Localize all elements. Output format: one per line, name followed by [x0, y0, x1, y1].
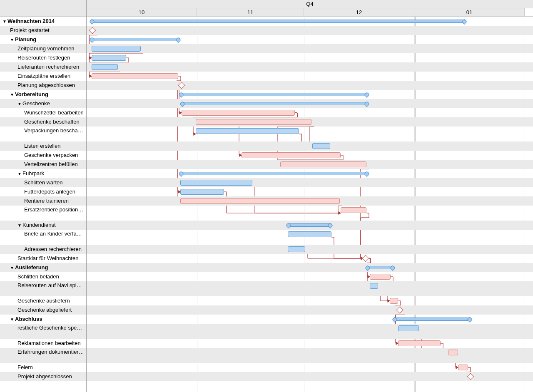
task-row[interactable]: Zeitplanung vornehmen [0, 44, 86, 53]
task-row[interactable]: Verpackungen beschaffen [0, 127, 86, 141]
task-row[interactable]: Ersatzrentiere positionieren [0, 206, 86, 221]
summary-bar[interactable] [366, 266, 395, 269]
timeline-chart[interactable]: Q4 10111201 [87, 0, 533, 392]
task-bar[interactable] [182, 110, 295, 116]
expand-caret-icon[interactable]: ▼ [17, 221, 22, 230]
task-row[interactable]: Rentiere trainieren [0, 196, 86, 206]
milestone-diamond[interactable] [89, 27, 96, 34]
task-row[interactable]: Schlitten warten [0, 178, 86, 187]
task-bar[interactable] [288, 231, 331, 237]
summary-bar[interactable] [179, 93, 369, 96]
expand-caret-icon[interactable]: ▼ [17, 99, 22, 108]
task-row[interactable]: restliche Geschenke spenden [0, 324, 86, 339]
milestone-diamond[interactable] [467, 373, 474, 380]
task-row[interactable]: Reiserouten festlegen [0, 53, 86, 62]
task-label: Geschenke ausliefern [17, 298, 70, 304]
group-row[interactable]: ▼Fuhrpark [0, 169, 86, 178]
expand-caret-icon[interactable]: ▼ [17, 169, 22, 178]
task-bar[interactable] [448, 350, 458, 355]
group-row[interactable]: ▼Abschluss [0, 315, 86, 324]
task-row[interactable]: Geschenke abgeliefert [0, 305, 86, 315]
group-row[interactable]: ▼Geschenke [0, 99, 86, 108]
task-bar[interactable] [196, 128, 299, 134]
task-bar[interactable] [458, 365, 468, 370]
summary-bar[interactable] [179, 172, 369, 175]
task-row[interactable]: Listen erstellen [0, 141, 86, 151]
task-row[interactable]: Erfahrungen dokumentieren [0, 348, 86, 363]
task-bar[interactable] [92, 73, 178, 79]
milestone-diamond[interactable] [396, 307, 403, 314]
chart-body[interactable] [87, 17, 533, 392]
summary-bar[interactable] [393, 318, 472, 321]
expand-caret-icon[interactable]: ▼ [10, 315, 14, 324]
task-row[interactable]: Geschenke ausliefern [0, 296, 86, 305]
chart-row [87, 230, 533, 245]
task-bar[interactable] [196, 119, 311, 125]
chart-row [87, 127, 533, 141]
summary-bar[interactable] [90, 20, 466, 23]
task-row[interactable]: Feiern [0, 363, 86, 372]
expand-caret-icon[interactable]: ▼ [10, 90, 14, 99]
expand-caret-icon[interactable]: ▼ [10, 35, 14, 44]
group-row[interactable]: ▼Kundendienst [0, 221, 86, 230]
task-bar[interactable] [370, 274, 391, 280]
expand-caret-icon[interactable]: ▼ [10, 263, 14, 272]
sidebar-rows: ▼Weihnachten 2014Projekt gestartet▼Planu… [0, 17, 86, 381]
task-label: restliche Geschenke spenden [17, 325, 86, 331]
task-bar[interactable] [280, 161, 366, 167]
task-bar[interactable] [92, 64, 118, 70]
task-bar[interactable] [370, 283, 378, 289]
task-label: Feiern [17, 364, 33, 370]
task-row[interactable]: Geschenke verpacken [0, 151, 86, 160]
task-bar[interactable] [390, 298, 398, 304]
group-row[interactable]: ▼Auslieferung [0, 263, 86, 272]
task-row[interactable]: Schlitten beladen [0, 272, 86, 281]
task-bar[interactable] [398, 325, 419, 331]
task-bar[interactable] [242, 152, 341, 158]
task-row[interactable]: Einsatzpläne erstellen [0, 72, 86, 81]
summary-bar[interactable] [286, 223, 332, 227]
task-row[interactable]: Reklamationen bearbeiten [0, 339, 86, 348]
task-row[interactable]: Projekt gestartet [0, 26, 86, 35]
task-row[interactable]: Adressen recherchieren [0, 245, 86, 254]
summary-bar[interactable] [90, 38, 180, 41]
task-bar[interactable] [341, 207, 366, 213]
task-bar[interactable] [180, 189, 224, 195]
task-bar[interactable] [312, 143, 330, 149]
task-label: Futterdepots anlegen [24, 189, 75, 195]
task-bar[interactable] [92, 46, 141, 52]
task-row[interactable]: Planung abgeschlossen [0, 81, 86, 90]
task-label: Briefe an Kinder verfassen [24, 231, 86, 237]
task-row[interactable]: Projekt abgeschlossen [0, 372, 86, 381]
task-row[interactable]: Startklar für Weihnachten [0, 254, 86, 263]
task-row[interactable]: Geschenke beschaffen [0, 117, 86, 127]
task-label: Zeitplanung vornehmen [17, 45, 75, 52]
task-row[interactable]: Reiserouten auf Navi spielen [0, 281, 86, 296]
summary-bar[interactable] [180, 102, 369, 105]
task-bar[interactable] [180, 198, 340, 204]
task-row[interactable]: Briefe an Kinder verfassen [0, 230, 86, 245]
task-row[interactable]: Lieferanten recherchieren [0, 62, 86, 72]
task-row[interactable]: Verteilzentren befüllen [0, 160, 86, 169]
group-row[interactable]: ▼Weihnachten 2014 [0, 17, 86, 26]
chart-row [87, 263, 533, 272]
group-row[interactable]: ▼Vorbereitung [0, 90, 86, 99]
chart-row [87, 117, 533, 127]
milestone-diamond[interactable] [178, 82, 185, 89]
chart-row [87, 44, 533, 53]
task-label: Adressen recherchieren [24, 246, 82, 252]
task-bar[interactable] [180, 180, 252, 186]
task-bar[interactable] [92, 55, 126, 61]
task-row[interactable]: Wunschzettel bearbeiten [0, 108, 86, 117]
milestone-diamond[interactable] [362, 255, 369, 262]
task-label: Wunschzettel bearbeiten [24, 109, 84, 116]
chart-row [87, 90, 533, 99]
task-bar[interactable] [398, 340, 441, 346]
task-bar[interactable] [288, 246, 305, 252]
expand-caret-icon[interactable]: ▼ [2, 17, 7, 26]
task-row[interactable]: Futterdepots anlegen [0, 187, 86, 196]
month-cell: 11 [197, 8, 304, 16]
task-label: Listen erstellen [24, 143, 60, 149]
group-row[interactable]: ▼Planung [0, 35, 86, 44]
task-label: Geschenke [22, 100, 50, 107]
